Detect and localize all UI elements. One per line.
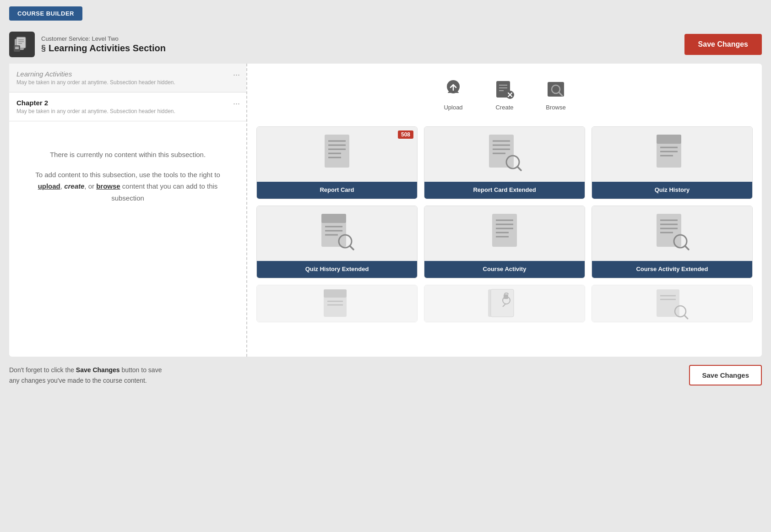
main-content: Learning Activities May be taken in any … [9, 64, 762, 357]
report-card-extended-label: Report Card Extended [424, 182, 585, 199]
save-changes-top-button[interactable]: Save Changes [684, 34, 762, 55]
quiz-history-extended-image [257, 206, 417, 261]
top-bar: COURSE BUILDER [0, 0, 771, 27]
header-text: Customer Service: Level Two § Learning A… [41, 35, 166, 54]
svg-rect-63 [504, 294, 508, 299]
right-panel: Upload Create [247, 64, 762, 357]
empty-message: There is currently no content within thi… [27, 149, 228, 161]
svg-rect-18 [325, 135, 349, 168]
quiz-history-extended-label: Quiz History Extended [257, 261, 417, 278]
empty-content-area: There is currently no content within thi… [9, 121, 246, 231]
svg-rect-64 [657, 289, 679, 317]
subsection-title-1: Learning Activities [16, 70, 239, 78]
upload-action[interactable]: Upload [441, 77, 465, 111]
course-activity-extended-label: Course Activity Extended [592, 261, 752, 278]
svg-rect-32 [657, 135, 681, 144]
left-panel: Learning Activities May be taken in any … [9, 64, 247, 357]
svg-rect-24 [489, 135, 514, 168]
subsection-menu-1[interactable]: ··· [233, 70, 240, 80]
section-title: § Learning Activities Section [41, 43, 166, 54]
subsection-subtitle-2: May be taken in any order at anytime. Su… [16, 108, 239, 114]
header-section: Customer Service: Level Two § Learning A… [0, 27, 771, 64]
card-8[interactable] [424, 285, 585, 322]
report-card-card[interactable]: 508 Report Card [256, 126, 418, 199]
bottom-bar-text: Don't forget to click the Save Changes b… [9, 365, 162, 385]
card-9[interactable] [592, 285, 753, 322]
card-grid: 508 Report Card [256, 126, 753, 322]
course-activity-extended-image [592, 206, 752, 261]
bottom-message-3: any changes you've made to the course co… [9, 377, 147, 384]
course-activity-extended-card[interactable]: Course Activity Extended [592, 206, 753, 278]
subsection-item-learning-activities[interactable]: Learning Activities May be taken in any … [9, 64, 246, 92]
header-left: Customer Service: Level Two § Learning A… [9, 32, 166, 57]
bottom-bar: Don't forget to click the Save Changes b… [0, 357, 771, 394]
create-link[interactable]: create [64, 182, 84, 190]
card-7-image [257, 285, 417, 322]
svg-rect-37 [321, 214, 346, 223]
svg-rect-49 [657, 214, 681, 247]
course-builder-button[interactable]: COURSE BUILDER [9, 6, 82, 21]
browse-link[interactable]: browse [96, 182, 120, 190]
svg-rect-57 [324, 289, 347, 298]
empty-instruction: To add content to this subsection, use t… [27, 169, 228, 204]
report-card-extended-card[interactable]: Report Card Extended [424, 126, 585, 199]
browse-icon [544, 77, 568, 101]
svg-line-68 [684, 315, 688, 319]
report-card-label: Report Card [257, 182, 417, 199]
save-changes-bottom-button[interactable]: Save Changes [689, 365, 762, 385]
subsection-subtitle-1: May be taken in any order at anytime. Su… [16, 79, 239, 86]
quiz-history-label: Quiz History [592, 182, 752, 199]
upload-link[interactable]: upload [38, 182, 60, 190]
course-name: Customer Service: Level Two [41, 35, 166, 42]
svg-line-55 [685, 246, 689, 250]
bottom-message-2: button to save [120, 366, 162, 374]
create-icon [493, 77, 516, 101]
bottom-bold-text: Save Changes [76, 366, 120, 374]
svg-line-42 [350, 246, 353, 250]
subsection-item-chapter2[interactable]: Chapter 2 May be taken in any order at a… [9, 92, 246, 121]
svg-line-30 [517, 167, 521, 170]
course-activity-image [424, 206, 585, 261]
report-card-badge: 508 [398, 130, 413, 139]
svg-rect-61 [491, 289, 514, 317]
quiz-history-card[interactable]: Quiz History [592, 126, 753, 199]
action-row: Upload Create [256, 73, 753, 115]
report-card-extended-image [424, 127, 585, 182]
section-symbol: § [41, 43, 46, 53]
card-8-image [424, 285, 585, 322]
subsection-title-2: Chapter 2 [16, 99, 239, 107]
upload-label: Upload [444, 104, 462, 111]
quiz-history-image [592, 127, 752, 182]
quiz-history-extended-card[interactable]: Quiz History Extended [256, 206, 418, 278]
browse-action[interactable]: Browse [544, 77, 568, 111]
create-action[interactable]: Create [493, 77, 516, 111]
course-activity-label: Course Activity [424, 261, 585, 278]
browse-label: Browse [546, 104, 565, 111]
svg-rect-43 [492, 214, 517, 247]
card-7[interactable] [256, 285, 418, 322]
upload-icon [441, 77, 465, 101]
course-icon [9, 32, 35, 57]
bottom-message-1: Don't forget to click the [9, 366, 76, 374]
subsection-menu-2[interactable]: ··· [233, 99, 240, 109]
create-label: Create [495, 104, 513, 111]
report-card-image: 508 [257, 127, 417, 182]
course-activity-card[interactable]: Course Activity [424, 206, 585, 278]
card-9-image [592, 285, 752, 322]
